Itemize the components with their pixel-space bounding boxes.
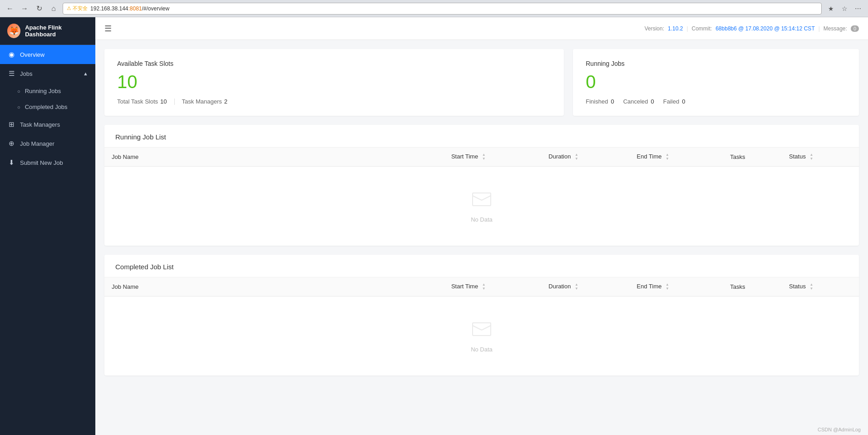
browser-bar: ← → ↻ ⌂ ⚠ 不安全 192.168.38.144:8081/#/over… [0,0,868,17]
sidebar-item-completed-jobs-label: Completed Jobs [25,104,68,110]
running-job-list-title: Running Job List [104,125,859,148]
svg-rect-2 [473,323,491,336]
running-no-data-text: No Data [471,216,493,223]
sidebar-item-task-managers[interactable]: ⊞ Task Managers [0,115,95,134]
url-display: 192.168.38.144:8081/#/overview [90,5,169,12]
sidebar-item-jobs[interactable]: ☰ Jobs ▲ [0,64,95,83]
meta-separator-2: | [819,25,820,32]
running-jobs-card: Running Jobs 0 Finished 0 Canceled 0 Fai… [573,49,859,116]
task-managers-stat: Task Managers 2 [182,98,227,105]
main-content: Available Task Slots 10 Total Task Slots… [95,40,868,424]
app-container: 🦊 Apache Flink Dashboard ◉ Overview ☰ Jo… [0,17,868,435]
col-duration-running[interactable]: Duration ▲▼ [541,148,629,167]
sidebar-item-running-jobs[interactable]: ○ Running Jobs [0,83,95,99]
job-manager-icon: ⊕ [7,139,15,148]
running-jobs-title: Running Jobs [586,60,846,67]
start-time-sort-completed: ▲▼ [482,283,486,291]
stat-separator [174,99,175,105]
status-sort-running: ▲▼ [810,153,814,161]
sidebar-item-submit-new-job-label: Submit New Job [20,159,63,166]
completed-no-data-text: No Data [471,346,493,353]
no-data-icon-running [470,189,493,212]
header-meta: Version: 1.10.2 | Commit: 68bb8b6 @ 17.0… [645,25,859,32]
running-job-stats: Finished 0 Canceled 0 Failed 0 [586,98,846,105]
logo-text: Apache Flink Dashboard [25,24,88,38]
running-job-no-data-row: No Data [104,167,859,246]
sidebar-item-overview[interactable]: ◉ Overview [0,45,95,64]
col-start-time-completed[interactable]: Start Time ▲▼ [444,277,541,297]
sidebar-item-job-manager-label: Job Manager [20,140,54,147]
overview-icon: ◉ [7,50,15,59]
col-tasks-running[interactable]: Tasks [723,148,782,167]
col-start-time-running[interactable]: Start Time ▲▼ [444,148,541,167]
sidebar-item-completed-jobs[interactable]: ○ Completed Jobs [0,99,95,115]
col-end-time-running[interactable]: End Time ▲▼ [630,148,723,167]
jobs-arrow-icon: ▲ [83,71,88,76]
jobs-icon: ☰ [7,69,15,78]
col-duration-completed[interactable]: Duration ▲▼ [541,277,629,297]
bookmark-button[interactable]: ☆ [839,3,850,14]
sidebar-item-overview-label: Overview [20,51,44,58]
completed-job-list-title: Completed Job List [104,255,859,277]
end-time-sort-completed: ▲▼ [666,283,669,291]
col-status-running[interactable]: Status ▲▼ [782,148,859,167]
canceled-value: 0 [651,98,654,105]
completed-job-no-data: No Data [104,297,859,376]
meta-separator-1: | [686,25,688,32]
address-bar[interactable]: ⚠ 不安全 192.168.38.144:8081/#/overview [63,3,822,15]
running-job-table-header-row: Job Name Start Time ▲▼ Duration ▲▼ [104,148,859,167]
back-button[interactable]: ← [5,3,15,14]
running-jobs-icon: ○ [17,89,20,94]
svg-rect-0 [473,193,491,206]
forward-button[interactable]: → [19,3,30,14]
col-status-completed[interactable]: Status ▲▼ [782,277,859,297]
top-header: ☰ Version: 1.10.2 | Commit: 68bb8b6 @ 17… [95,17,868,40]
version-label: Version: [645,25,664,32]
start-time-sort-running: ▲▼ [482,153,486,161]
col-job-name-running[interactable]: Job Name [104,148,444,167]
overview-cards-row: Available Task Slots 10 Total Task Slots… [104,49,859,116]
end-time-sort-running: ▲▼ [666,153,669,161]
canceled-label: Canceled [623,98,648,105]
submit-job-icon: ⬇ [7,158,15,167]
failed-value: 0 [682,98,685,105]
footer-text: CSDN @AdminLog [818,427,861,432]
status-sort-completed: ▲▼ [810,283,814,291]
finished-label: Finished [586,98,608,105]
failed-stat: Failed 0 [663,98,686,105]
security-warning: ⚠ 不安全 [67,5,88,12]
page-footer: CSDN @AdminLog [95,424,868,435]
running-job-table: Job Name Start Time ▲▼ Duration ▲▼ [104,148,859,246]
available-task-slots-value: 10 [117,73,551,91]
finished-stat: Finished 0 [586,98,614,105]
task-slots-stats: Total Task Slots 10 Task Managers 2 [117,98,551,105]
col-job-name-completed[interactable]: Job Name [104,277,444,297]
message-badge: 0 [851,25,859,32]
sidebar-item-jobs-label: Jobs [20,70,32,77]
sidebar-item-submit-new-job[interactable]: ⬇ Submit New Job [0,153,95,172]
total-task-slots-stat: Total Task Slots 10 [117,98,167,105]
extensions-button[interactable]: ★ [825,3,836,14]
hamburger-icon: ☰ [104,24,112,34]
total-slots-label: Total Task Slots [117,98,158,105]
total-slots-value: 10 [160,98,167,105]
sidebar-logo: 🦊 Apache Flink Dashboard [0,17,95,45]
message-label: Message: [824,25,847,32]
sidebar-item-job-manager[interactable]: ⊕ Job Manager [0,134,95,153]
failed-label: Failed [663,98,679,105]
completed-job-list-section: Completed Job List Job Name Start Time ▲… [104,255,859,376]
available-task-slots-title: Available Task Slots [117,60,551,67]
completed-jobs-icon: ○ [17,104,20,110]
reload-button[interactable]: ↻ [34,3,44,14]
hamburger-button[interactable]: ☰ [104,24,112,34]
running-job-no-data: No Data [104,167,859,246]
menu-button[interactable]: ⋯ [853,3,863,14]
finished-value: 0 [611,98,614,105]
home-button[interactable]: ⌂ [48,3,59,14]
available-task-slots-card: Available Task Slots 10 Total Task Slots… [104,49,564,116]
col-end-time-completed[interactable]: End Time ▲▼ [630,277,723,297]
col-tasks-completed[interactable]: Tasks [723,277,782,297]
task-managers-icon: ⊞ [7,120,15,129]
commit-label: Commit: [692,25,712,32]
commit-value: 68bb8b6 @ 17.08.2020 @ 15:14:12 CST [715,25,815,32]
